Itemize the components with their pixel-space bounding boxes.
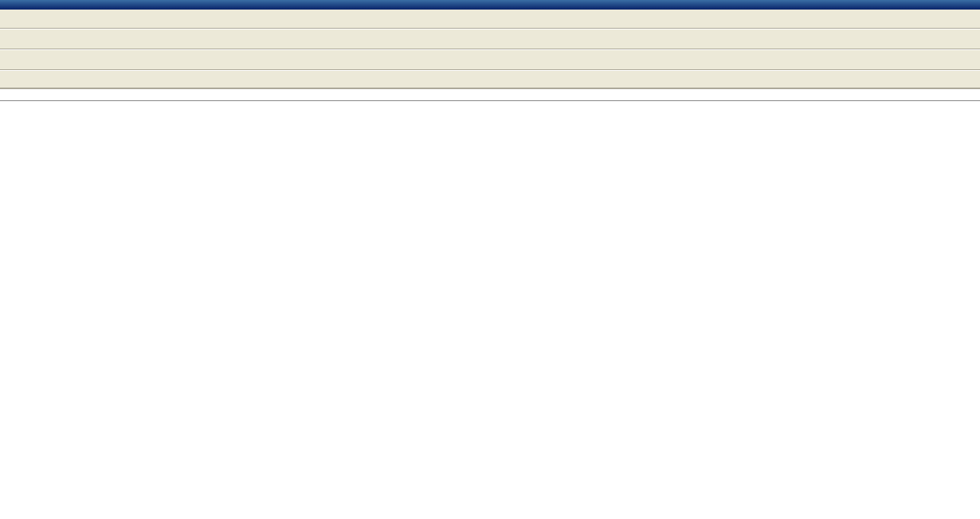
time-axis	[0, 88, 980, 101]
title-bar	[0, 0, 980, 10]
main-toolbar	[0, 29, 980, 49]
draw-toolbar	[0, 70, 980, 88]
nav-toolbar	[0, 49, 980, 70]
menu-bar	[0, 10, 980, 29]
main-chart-svg	[0, 101, 980, 519]
chart-area[interactable]	[0, 101, 980, 519]
